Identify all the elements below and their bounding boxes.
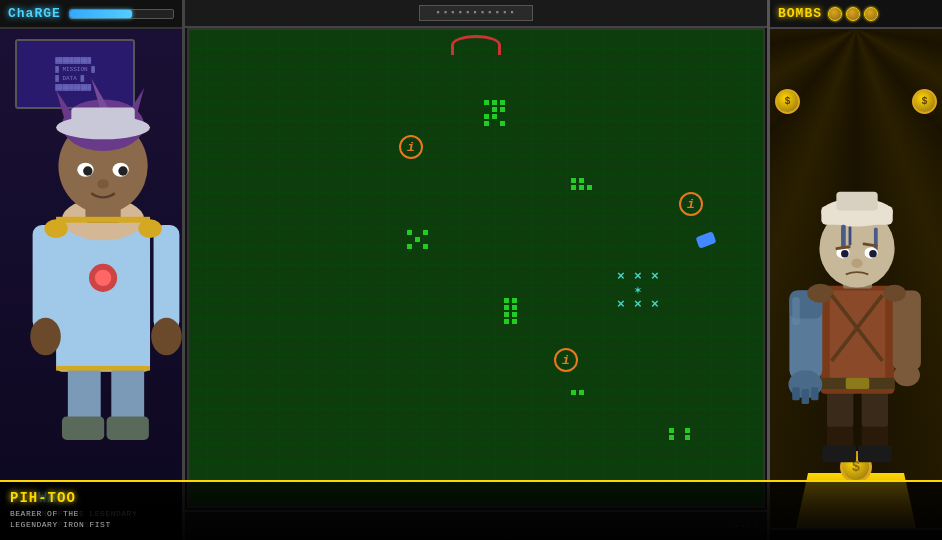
right-char-subtitle: Bearer of thelegendary iron fist	[10, 508, 932, 530]
pixel-cluster-4	[669, 428, 691, 440]
svg-rect-11	[107, 416, 149, 439]
info-circle-1[interactable]: i	[399, 135, 423, 159]
pixel-cluster-1	[484, 100, 506, 126]
info-circle-2[interactable]: i	[554, 348, 578, 372]
bomb-icon-2	[846, 7, 860, 21]
pixel-cluster-7	[571, 390, 585, 395]
svg-rect-34	[858, 445, 892, 462]
pixel-cluster-2	[407, 230, 429, 249]
svg-rect-51	[836, 192, 877, 211]
svg-rect-26	[56, 366, 150, 371]
svg-point-62	[807, 284, 833, 303]
svg-rect-43	[792, 387, 800, 400]
charge-label: ChaRGE	[8, 6, 61, 21]
svg-rect-38	[846, 378, 869, 389]
svg-rect-0	[56, 219, 150, 372]
svg-rect-31	[827, 389, 853, 427]
right-name-plate: PIH-TOO Bearer of thelegendary iron fist	[0, 480, 942, 540]
svg-rect-19	[71, 108, 134, 131]
pihtoo-character-svg	[780, 173, 935, 483]
x-marks-group: × × × × ✶ × × × ×	[617, 270, 667, 311]
bombs-label: BOMBS	[778, 6, 822, 21]
right-side-coin: $	[912, 89, 937, 114]
svg-rect-53	[874, 227, 878, 250]
x-mark-5: ✶	[634, 284, 650, 297]
svg-rect-25	[56, 217, 150, 223]
charge-bar-container	[69, 9, 174, 19]
bomb-icons	[828, 7, 878, 21]
svg-rect-5	[154, 225, 180, 331]
svg-rect-54	[849, 227, 852, 246]
info-circle-3[interactable]: i	[679, 192, 703, 216]
x-mark-2: ×	[634, 270, 650, 283]
svg-rect-32	[862, 389, 888, 427]
right-char-name: PIH-TOO	[10, 490, 932, 506]
svg-point-22	[83, 166, 92, 175]
svg-rect-4	[33, 225, 59, 331]
pixel-cluster-3	[504, 298, 518, 324]
pixel-cluster-6	[571, 178, 593, 190]
charge-bar-area: ChaRGE	[0, 0, 182, 29]
center-top-bar: ▪▪▪▪▪▪▪▪▪▪▪	[185, 0, 767, 28]
svg-rect-10	[62, 416, 104, 439]
game-container: ChaRGE ▓▓▓▓▓▓▓▓▓▓ ▓ MISSION ▓ ▓ DATA ▓ ▓…	[0, 0, 942, 540]
x-mark-1: ×	[617, 270, 633, 283]
center-display-box: ▪▪▪▪▪▪▪▪▪▪▪	[419, 5, 532, 21]
charge-bar-fill	[70, 10, 132, 18]
right-panel: BOMBS $	[767, 0, 942, 540]
wan-character-svg	[15, 29, 182, 498]
svg-point-58	[869, 250, 877, 258]
svg-point-27	[44, 219, 67, 238]
svg-point-28	[138, 219, 161, 238]
svg-point-24	[97, 179, 109, 188]
svg-point-7	[151, 318, 182, 356]
red-arc	[451, 35, 501, 55]
left-panel: ChaRGE ▓▓▓▓▓▓▓▓▓▓ ▓ MISSION ▓ ▓ DATA ▓ ▓…	[0, 0, 185, 540]
blue-shape	[695, 231, 716, 248]
game-map[interactable]: i i i i	[187, 28, 765, 508]
left-side-coin: $	[775, 89, 800, 114]
right-character-display: $	[770, 29, 942, 528]
x-mark-3: ×	[651, 270, 667, 283]
left-character-display: ▓▓▓▓▓▓▓▓▓▓ ▓ MISSION ▓ ▓ DATA ▓ ▓▓▓▓▓▓▓▓…	[0, 29, 182, 528]
svg-point-61	[851, 258, 862, 267]
svg-point-57	[841, 250, 849, 258]
x-mark-9: ×	[651, 298, 667, 311]
x-mark-7: ×	[617, 298, 633, 311]
svg-rect-66	[792, 297, 800, 325]
bombs-bar-area: BOMBS	[770, 0, 942, 29]
center-panel: ▪▪▪▪▪▪▪▪▪▪▪ i i i i	[185, 0, 767, 540]
svg-rect-44	[802, 389, 810, 404]
bomb-icon-1	[828, 7, 842, 21]
bomb-icon-3	[864, 7, 878, 21]
svg-rect-41	[893, 290, 921, 370]
svg-point-46	[894, 364, 920, 387]
svg-rect-45	[811, 387, 819, 400]
x-mark-8: ×	[634, 298, 650, 311]
svg-point-3	[95, 270, 111, 286]
svg-point-63	[883, 285, 906, 302]
svg-point-23	[118, 166, 127, 175]
svg-rect-33	[822, 445, 856, 462]
svg-point-6	[30, 318, 61, 356]
